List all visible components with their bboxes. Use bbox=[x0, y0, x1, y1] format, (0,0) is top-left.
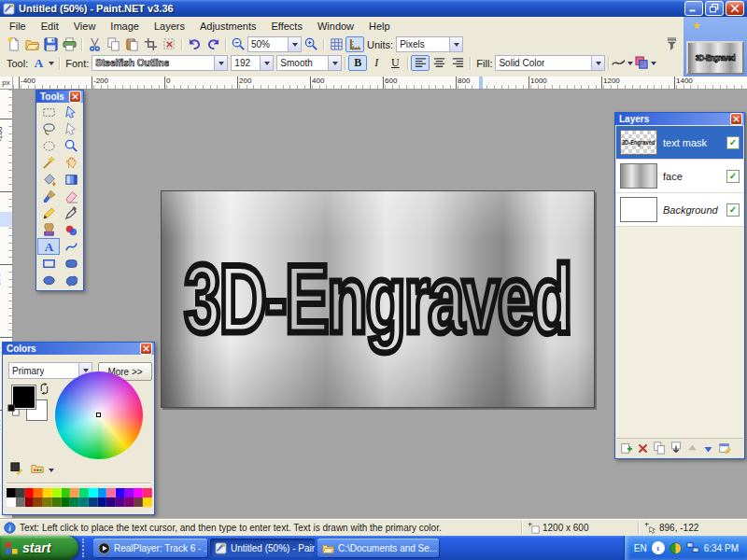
add-layer-button[interactable] bbox=[620, 441, 633, 455]
palette-swatch[interactable] bbox=[43, 488, 52, 497]
tool-text[interactable]: A bbox=[37, 238, 60, 255]
palette-swatch[interactable] bbox=[52, 497, 62, 507]
move-layer-down-button[interactable] bbox=[702, 442, 714, 455]
ruler-toggle-button[interactable] bbox=[345, 36, 364, 52]
tool-pan[interactable] bbox=[60, 154, 82, 171]
palette-swatch[interactable] bbox=[34, 488, 43, 497]
colors-palette-titlebar[interactable]: Colors bbox=[3, 343, 154, 355]
smoothing-combo[interactable]: Smooth bbox=[276, 55, 342, 71]
layer-row-face[interactable]: face✓ bbox=[616, 160, 743, 193]
tool-rounded-rectangle[interactable] bbox=[60, 255, 82, 272]
palette-swatch[interactable] bbox=[106, 488, 116, 497]
palette-swatch[interactable] bbox=[134, 497, 144, 507]
font-size-combo[interactable]: 192 bbox=[231, 55, 274, 71]
palette-swatch[interactable] bbox=[116, 497, 125, 507]
zoom-dropdown-arrow-icon[interactable] bbox=[288, 37, 301, 51]
palette-swatch[interactable] bbox=[34, 497, 43, 507]
palette-swatch[interactable] bbox=[143, 488, 152, 497]
canvas[interactable]: 3D-Engraved bbox=[161, 190, 595, 408]
palette-swatch[interactable] bbox=[89, 497, 98, 507]
palette-swatch[interactable] bbox=[7, 488, 16, 497]
grid-toggle-button[interactable] bbox=[327, 36, 345, 52]
antivirus-tray-icon[interactable] bbox=[669, 542, 682, 554]
tool-recolor[interactable] bbox=[60, 221, 82, 238]
cut-button[interactable] bbox=[85, 36, 104, 52]
tool-dropdown-arrow-icon[interactable] bbox=[49, 62, 54, 68]
tools-palette-titlebar[interactable]: Tools bbox=[36, 91, 83, 103]
menu-item-view[interactable]: View bbox=[66, 18, 104, 35]
add-swatch-icon[interactable] bbox=[10, 462, 23, 475]
duplicate-layer-button[interactable] bbox=[653, 441, 666, 455]
tool-clone-stamp[interactable] bbox=[37, 221, 60, 238]
palette-swatch[interactable] bbox=[16, 497, 25, 507]
blend-mode-button[interactable] bbox=[634, 55, 658, 71]
palette-swatch[interactable] bbox=[62, 497, 71, 507]
menu-item-image[interactable]: Image bbox=[103, 18, 147, 35]
default-colors-icon[interactable] bbox=[7, 404, 20, 416]
palette-swatch[interactable] bbox=[143, 497, 152, 507]
copy-button[interactable] bbox=[104, 36, 122, 52]
fill-dropdown-arrow-icon[interactable] bbox=[591, 56, 604, 70]
colors-palette-close-button[interactable] bbox=[140, 343, 152, 355]
fill-style-combo[interactable]: Solid Color bbox=[495, 55, 605, 71]
palette-menu-arrow-icon[interactable] bbox=[49, 469, 54, 475]
start-button[interactable]: start bbox=[0, 536, 78, 560]
menu-item-window[interactable]: Window bbox=[310, 18, 361, 35]
crop-button[interactable] bbox=[141, 36, 160, 52]
tool-ellipse[interactable] bbox=[37, 272, 60, 288]
tool-move[interactable] bbox=[60, 104, 82, 120]
paste-button[interactable] bbox=[122, 36, 141, 52]
palette-swatch[interactable] bbox=[134, 488, 144, 497]
font-size-dropdown-arrow-icon[interactable] bbox=[260, 56, 273, 70]
align-right-button[interactable] bbox=[448, 55, 467, 71]
tool-freeform-shape[interactable] bbox=[60, 272, 82, 288]
units-combo[interactable]: Pixels bbox=[396, 36, 463, 52]
palette-swatch[interactable] bbox=[70, 488, 79, 497]
menu-item-layers[interactable]: Layers bbox=[147, 18, 192, 35]
tool-paintbrush[interactable] bbox=[37, 188, 60, 204]
menu-item-file[interactable]: File bbox=[2, 18, 34, 35]
palette-swatch[interactable] bbox=[70, 497, 79, 507]
swap-colors-icon[interactable] bbox=[38, 383, 50, 395]
palette-swatch[interactable] bbox=[125, 497, 134, 507]
align-center-button[interactable] bbox=[430, 55, 448, 71]
language-indicator[interactable]: EN bbox=[634, 543, 647, 553]
clock[interactable]: 6:34 PM bbox=[704, 543, 739, 553]
palette-swatch[interactable] bbox=[7, 497, 16, 507]
merge-layer-down-button[interactable] bbox=[669, 441, 683, 455]
palette-swatch[interactable] bbox=[125, 488, 134, 497]
menu-item-adjustments[interactable]: Adjustments bbox=[192, 18, 264, 35]
tool-magic-wand[interactable] bbox=[37, 154, 60, 171]
save-button[interactable] bbox=[41, 36, 60, 52]
zoom-level-combo[interactable]: 50% bbox=[247, 36, 302, 52]
toolbar-overflow-icon[interactable] bbox=[665, 37, 680, 52]
menu-item-help[interactable]: Help bbox=[361, 18, 398, 35]
palette-swatch[interactable] bbox=[25, 488, 35, 497]
palette-swatch[interactable] bbox=[79, 488, 89, 497]
zoom-in-button[interactable] bbox=[302, 36, 320, 52]
palette-swatch[interactable] bbox=[43, 497, 52, 507]
layer-visibility-checkbox[interactable]: ✓ bbox=[726, 136, 740, 149]
new-document-button[interactable] bbox=[4, 36, 22, 52]
tool-color-picker[interactable] bbox=[60, 204, 82, 221]
layer-visibility-checkbox[interactable]: ✓ bbox=[726, 203, 740, 217]
palette-swatch[interactable] bbox=[106, 497, 116, 507]
bold-button[interactable]: B bbox=[348, 55, 367, 71]
layers-palette-close-button[interactable] bbox=[730, 113, 742, 125]
font-dropdown-arrow-icon[interactable] bbox=[214, 56, 227, 70]
network-tray-icon[interactable] bbox=[686, 541, 699, 554]
tool-gradient[interactable] bbox=[60, 171, 82, 188]
italic-button[interactable]: I bbox=[367, 55, 386, 71]
hide-icons-chevron[interactable]: ‹ bbox=[652, 541, 665, 554]
tool-zoom[interactable] bbox=[60, 137, 82, 154]
menu-item-edit[interactable]: Edit bbox=[34, 18, 66, 35]
align-left-button[interactable] bbox=[411, 55, 430, 71]
delete-layer-button[interactable] bbox=[637, 442, 649, 455]
tool-lasso-select[interactable] bbox=[37, 120, 60, 137]
antialias-button[interactable] bbox=[612, 55, 634, 71]
palette-swatch[interactable] bbox=[89, 488, 98, 497]
redo-button[interactable] bbox=[204, 36, 222, 52]
layer-visibility-checkbox[interactable]: ✓ bbox=[726, 170, 740, 183]
color-wheel[interactable] bbox=[55, 371, 143, 459]
palette-swatch[interactable] bbox=[116, 488, 125, 497]
